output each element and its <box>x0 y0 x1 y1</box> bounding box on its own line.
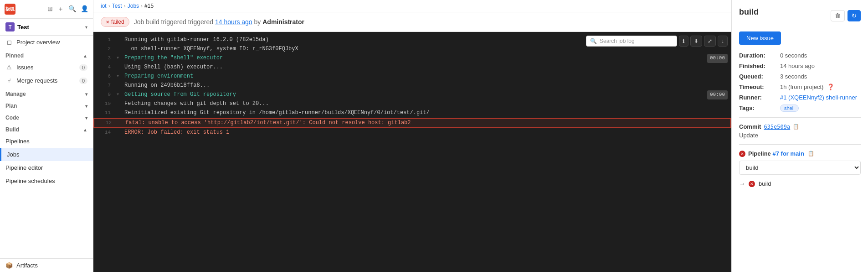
log-scroll-bottom-btn[interactable]: ↓ <box>718 36 728 47</box>
panel-header-buttons: 🗑 ↻ <box>831 10 861 21</box>
sidebar-item-pipeline-editor[interactable]: Pipeline editor <box>0 161 93 174</box>
sidebar-item-jobs[interactable]: Jobs <box>0 148 93 161</box>
job-status-icon: ✕ <box>749 181 755 187</box>
build-chevron-icon: ▲ <box>83 127 87 132</box>
sidebar-topbar: 极狐 ⊞ ＋ 🔍 👤 <box>0 0 93 19</box>
workspace-header[interactable]: T Test ▾ <box>0 19 93 36</box>
pipeline-link[interactable]: #7 for main <box>772 150 804 157</box>
log-line-section: 3 ▾ Preparing the "shell" executor 00:00 <box>93 54 731 63</box>
workspace-avatar: T <box>5 22 15 31</box>
job-name-link[interactable]: build <box>759 180 771 187</box>
pipeline-stage-select[interactable]: build <box>739 161 861 175</box>
sidebar-plan-section[interactable]: Plan ▾ <box>0 99 93 111</box>
panel-title: build <box>739 7 759 17</box>
copy-pipeline-icon[interactable]: 📋 <box>808 151 814 157</box>
collapse-icon[interactable]: ▾ <box>116 54 123 63</box>
sidebar-top-icons: ⊞ ＋ 🔍 👤 <box>47 5 88 13</box>
main-content: iot › Test › Jobs › #15 ✕ failed Job bui… <box>93 0 731 272</box>
divider <box>739 117 861 118</box>
log-line: 11 Reinitialized existing Git repository… <box>93 109 731 118</box>
log-line: 7 Running on 249b6b18ffa8... <box>93 81 731 90</box>
arrow-right-icon: → <box>739 180 745 187</box>
log-line: 4 Using Shell (bash) executor... <box>93 63 731 72</box>
avatar-icon[interactable]: 👤 <box>81 5 88 13</box>
log-line-section: 6 ▾ Preparing environment <box>93 72 731 81</box>
new-issue-button[interactable]: New issue <box>739 31 781 45</box>
finished-row: Finished: 14 hours ago <box>739 63 861 69</box>
timeout-row: Timeout: 1h (from project) ❓ <box>739 84 861 90</box>
sidebar-pinned-section[interactable]: Pinned ▲ <box>0 49 93 61</box>
collapse-icon[interactable]: ▾ <box>116 90 123 99</box>
job-title: Job build triggered triggered 14 hours a… <box>134 18 304 26</box>
sidebar-code-section[interactable]: Code ▾ <box>0 111 93 123</box>
job-user: Administrator <box>262 18 304 26</box>
search-job-log-input[interactable]: 🔍 Search job log <box>586 36 677 47</box>
log-info-btn[interactable]: ℹ <box>679 36 688 47</box>
sidebar-item-merge-requests[interactable]: ⑂ Merge requests 0 <box>0 74 93 87</box>
runner-row: Runner: #1 (XQEENnyf2) shell-runner <box>739 94 861 101</box>
status-dot-icon: ✕ <box>106 20 109 25</box>
divider-2 <box>739 144 861 145</box>
log-download-btn[interactable]: ⬇ <box>690 36 702 47</box>
search-global-icon[interactable]: 🔍 <box>68 5 76 13</box>
log-line-section: 9 ▾ Getting source from Git repository 0… <box>93 90 731 99</box>
status-badge: ✕ failed <box>101 17 129 27</box>
tag-badge: shell <box>780 105 799 112</box>
artifacts-icon: 📦 <box>5 262 13 269</box>
copy-commit-icon[interactable]: 📋 <box>793 124 799 130</box>
tags-row: Tags: shell <box>739 105 861 112</box>
queued-row: Queued: 3 seconds <box>739 73 861 80</box>
sidebar-item-pipeline-schedules[interactable]: Pipeline schedules <box>0 174 93 188</box>
breadcrumb: iot › Test › Jobs › #15 <box>93 0 731 12</box>
log-content: 1 Running with gitlab-runner 16.2.0 (782… <box>93 32 731 141</box>
pipeline-row: ✕ Pipeline #7 for main 📋 <box>739 150 861 157</box>
log-toolbar: 🔍 Search job log ℹ ⬇ ⤢ ↓ <box>586 36 728 47</box>
panel-trash-btn[interactable]: 🗑 <box>831 10 845 21</box>
sidebar-item-pipelines[interactable]: Pipelines <box>0 135 93 148</box>
log-line: 10 Fetching changes with git depth set t… <box>93 99 731 109</box>
commit-row: Commit 635e509a 📋 <box>739 123 861 130</box>
breadcrumb-current: #15 <box>144 3 154 9</box>
logo-area: 极狐 <box>5 4 15 15</box>
breadcrumb-sep-1: › <box>108 3 110 9</box>
breadcrumb-sep-3: › <box>141 3 143 9</box>
pipeline-status-icon: ✕ <box>739 151 745 157</box>
sidebar-item-artifacts[interactable]: 📦 Artifacts <box>0 259 93 272</box>
runner-link[interactable]: #1 (XQEENnyf2) shell-runner <box>780 94 857 101</box>
gitlab-logo: 极狐 <box>5 4 15 15</box>
timeout-help-icon[interactable]: ❓ <box>827 84 834 90</box>
pinned-chevron-icon: ▲ <box>83 53 87 58</box>
log-line: 14 ERROR: Job failed: exit status 1 <box>93 128 731 137</box>
breadcrumb-test[interactable]: Test <box>112 3 122 9</box>
breadcrumb-iot[interactable]: iot <box>101 3 107 9</box>
job-header: ✕ failed Job build triggered triggered 1… <box>93 12 731 32</box>
panel-refresh-btn[interactable]: ↻ <box>847 10 861 21</box>
sidebar-item-issues[interactable]: ⚠ Issues 0 <box>0 61 93 74</box>
right-panel-header: build 🗑 ↻ <box>739 7 861 24</box>
sidebar-bottom: 📦 Artifacts <box>0 258 93 272</box>
merge-requests-icon: ⑂ <box>5 77 13 84</box>
log-container[interactable]: 🔍 Search job log ℹ ⬇ ⤢ ↓ 1 Running with … <box>93 32 731 272</box>
add-icon[interactable]: ＋ <box>57 5 64 13</box>
duration-row: Duration: 0 seconds <box>739 52 861 59</box>
job-time-link[interactable]: 14 hours ago <box>215 18 252 26</box>
project-overview-icon: ◻ <box>5 39 13 46</box>
sidebar-item-project-overview[interactable]: ◻ Project overview <box>0 36 93 49</box>
search-icon: 🔍 <box>590 38 597 44</box>
log-expand-btn[interactable]: ⤢ <box>704 36 716 47</box>
job-arrow-row: → ✕ build <box>739 180 861 187</box>
commit-hash-link[interactable]: 635e509a <box>764 124 790 130</box>
plan-chevron-icon: ▾ <box>85 104 87 109</box>
manage-chevron-icon: ▾ <box>85 92 87 97</box>
issues-icon: ⚠ <box>5 64 13 71</box>
collapse-icon[interactable]: ▾ <box>116 72 123 81</box>
right-panel: build 🗑 ↻ New issue Duration: 0 seconds … <box>731 0 868 272</box>
sidebar: 极狐 ⊞ ＋ 🔍 👤 T Test ▾ ◻ Project overview P… <box>0 0 93 272</box>
sidebar-build-section[interactable]: Build ▲ <box>0 123 93 135</box>
sidebar-manage-section[interactable]: Manage ▾ <box>0 87 93 99</box>
log-line-error: 12 fatal: unable to access 'http://gitla… <box>93 118 731 128</box>
code-chevron-icon: ▾ <box>85 115 87 120</box>
sidebar-toggle-icon[interactable]: ⊞ <box>47 5 53 13</box>
breadcrumb-jobs[interactable]: Jobs <box>128 3 139 9</box>
breadcrumb-sep-2: › <box>124 3 126 9</box>
